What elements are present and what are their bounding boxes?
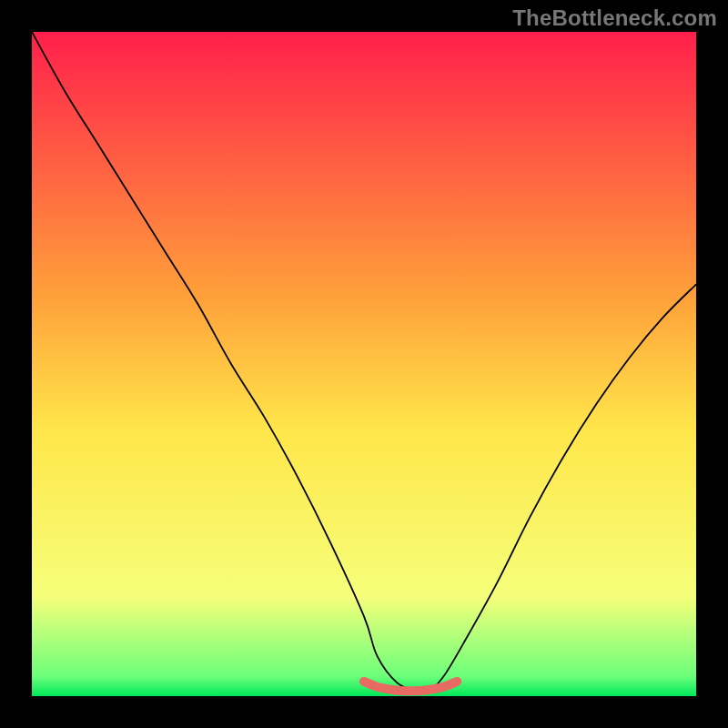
- chart-plot-area: [32, 32, 696, 696]
- chart-background-gradient: [32, 32, 696, 696]
- chart-svg: [32, 32, 696, 696]
- watermark-label: TheBottleneck.com: [512, 5, 717, 31]
- chart-frame: TheBottleneck.com: [0, 0, 728, 728]
